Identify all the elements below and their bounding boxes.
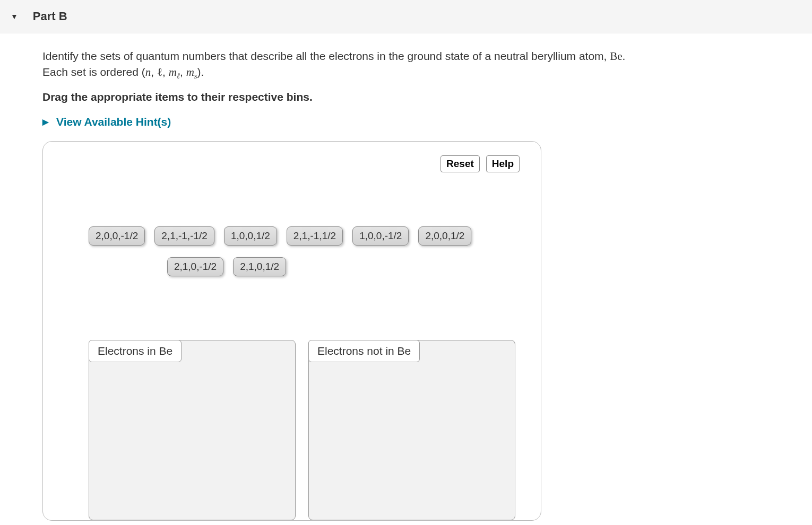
quantum-chip[interactable]: 2,0,0,-1/2 xyxy=(89,226,145,246)
chips-row: 2,0,0,-1/2 2,1,-1,-1/2 1,0,0,1/2 2,1,-1,… xyxy=(89,226,519,246)
symbol-ms: m xyxy=(186,66,194,78)
bin-electrons-not-in-be[interactable]: Electrons not in Be xyxy=(308,340,515,520)
quantum-chip[interactable]: 2,1,0,-1/2 xyxy=(167,257,223,276)
prompt-text: , xyxy=(151,66,157,78)
help-button[interactable]: Help xyxy=(486,155,520,172)
chevron-right-icon: ▶ xyxy=(42,117,49,127)
view-hints-toggle[interactable]: ▶ View Available Hint(s) xyxy=(42,116,171,128)
prompt-text: Identify the sets of quantum numbers tha… xyxy=(42,50,610,62)
quantum-chip[interactable]: 1,0,0,-1/2 xyxy=(352,226,409,246)
drop-bins: Electrons in Be Electrons not in Be xyxy=(89,340,527,520)
symbol-ml: m xyxy=(169,66,177,78)
bin-label: Electrons in Be xyxy=(89,340,182,362)
quantum-chip[interactable]: 1,0,0,1/2 xyxy=(224,226,277,246)
bin-label: Electrons not in Be xyxy=(308,340,420,362)
quantum-chip[interactable]: 2,1,-1,-1/2 xyxy=(154,226,214,246)
chips-row: 2,1,0,-1/2 2,1,0,1/2 xyxy=(89,257,365,276)
quantum-chip[interactable]: 2,1,-1,1/2 xyxy=(287,226,343,246)
prompt-text: , xyxy=(162,66,169,78)
quantum-chip[interactable]: 2,0,0,1/2 xyxy=(418,226,471,246)
panel-controls: Reset Help xyxy=(440,155,520,172)
prompt-text: . xyxy=(623,50,626,62)
part-label: Part B xyxy=(33,10,67,23)
element-symbol: Be xyxy=(610,50,622,63)
reset-button[interactable]: Reset xyxy=(440,155,480,172)
chips-source-area: 2,0,0,-1/2 2,1,-1,-1/2 1,0,0,1/2 2,1,-1,… xyxy=(89,226,519,276)
hints-label: View Available Hint(s) xyxy=(56,116,171,128)
content-area: Identify the sets of quantum numbers tha… xyxy=(0,33,812,521)
prompt-text: , xyxy=(180,66,186,78)
quantum-chip[interactable]: 2,1,0,1/2 xyxy=(233,257,286,276)
sorting-panel: Reset Help 2,0,0,-1/2 2,1,-1,-1/2 1,0,0,… xyxy=(42,141,541,521)
collapse-icon[interactable]: ▼ xyxy=(11,12,18,21)
bin-electrons-in-be[interactable]: Electrons in Be xyxy=(89,340,296,520)
part-header[interactable]: ▼ Part B xyxy=(0,0,812,33)
prompt-text: ). xyxy=(197,66,204,78)
drag-instruction: Drag the appropriate items to their resp… xyxy=(42,91,770,103)
symbol-n: n xyxy=(145,66,151,78)
symbol-l: ℓ xyxy=(157,66,162,78)
prompt-text: Each set is ordered ( xyxy=(42,66,145,78)
question-prompt: Identify the sets of quantum numbers tha… xyxy=(42,48,770,82)
